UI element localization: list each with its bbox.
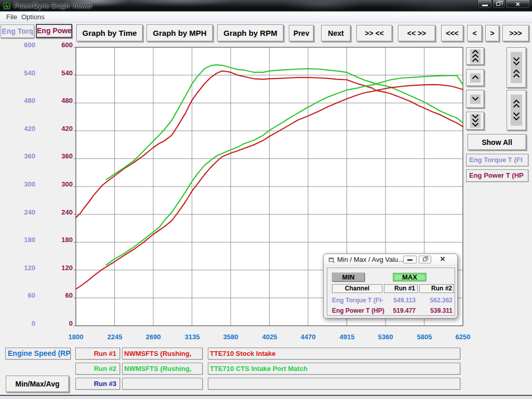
x-tick-label: 6250	[446, 333, 480, 341]
x-axis-channel-box: Engine Speed (RP	[5, 348, 71, 360]
maximize-button[interactable]	[493, 0, 505, 8]
menu-options[interactable]: Options	[18, 11, 48, 23]
run-label-3: Run #3	[75, 378, 120, 390]
chevron-up-button[interactable]	[466, 69, 484, 86]
run-label-2: Run #2	[75, 363, 120, 375]
min-max-window-title: Min / Max / Avg Valu...	[337, 256, 404, 263]
title-bar[interactable]: PowerDyne Graph Viewer ✕	[0, 0, 532, 11]
toolbar-button-[interactable]: >	[485, 25, 499, 42]
close-icon: ✕	[435, 255, 450, 264]
min-max-channel-name-1: Eng Torque T (Ft-	[332, 297, 389, 304]
x-tick-label: 4025	[253, 333, 286, 341]
toolbar-button-next[interactable]: Next	[321, 25, 351, 42]
x-tick-label: 2690	[137, 333, 170, 341]
y-tick-label-power: 0	[42, 320, 73, 327]
chevron-triple-up-button[interactable]	[466, 47, 484, 65]
window-title: PowerDyne Graph Viewer	[14, 2, 92, 10]
y-tick-label-torque: 180	[4, 236, 35, 244]
minimize-icon	[407, 259, 413, 261]
min-max-column-header-run-2: Run #2	[419, 284, 455, 293]
toolbar-button-[interactable]: <<<	[441, 25, 463, 42]
y-tick-label-torque: 480	[4, 97, 35, 104]
series-label-torque[interactable]: Eng Torque T (Ft	[466, 154, 528, 166]
min-max-window-titlebar[interactable]: Min / Max / Avg Valu... ✕	[324, 254, 457, 265]
chevron-triple-down-icon	[470, 114, 481, 128]
y-tick-label-torque: 360	[4, 152, 35, 160]
powerdyne-graph-viewer-window: PowerDyne Graph Viewer ✕ File Options En…	[0, 0, 532, 399]
window-bottom-strip	[0, 396, 532, 399]
series-run2-power	[107, 75, 463, 265]
y-tick-label-torque: 120	[4, 264, 35, 272]
toolbar-button-[interactable]: >>>	[502, 25, 529, 42]
restore-icon	[423, 258, 427, 261]
min-max-column-header-run-1: Run #1	[384, 284, 418, 293]
toolbar-button-[interactable]: <	[467, 25, 482, 42]
minimize-button[interactable]	[477, 0, 492, 8]
y-tick-label-torque: 0	[4, 320, 35, 327]
chevron-down-icon	[470, 95, 481, 104]
app-icon	[3, 2, 10, 9]
chevrons-up-down-button[interactable]	[507, 90, 526, 130]
y-tick-label-power: 240	[42, 208, 73, 216]
y-tick-label-power: 60	[42, 291, 73, 299]
min-max-window-maximize-button[interactable]	[419, 256, 431, 263]
chevrons-down-up-button[interactable]	[507, 47, 526, 88]
chevrons-up-down-icon	[511, 95, 522, 126]
min-max-window-icon	[328, 256, 335, 263]
x-tick-label: 4470	[291, 333, 325, 341]
close-icon: ✕	[506, 1, 529, 8]
toolbar-button-graph-by-rpm[interactable]: Graph by RPM	[217, 24, 284, 42]
y-tick-label-power: 600	[42, 41, 73, 49]
chevron-triple-down-button[interactable]	[466, 112, 484, 130]
max-button[interactable]: MAX	[393, 273, 427, 282]
chevron-down-button[interactable]	[466, 90, 484, 108]
y-tick-label-power: 360	[42, 152, 73, 160]
run-desc-field-3	[208, 378, 460, 390]
y-tick-label-power: 420	[42, 125, 73, 132]
run-desc-field-2: TTE710 CTS Intake Port Match	[208, 363, 460, 375]
min-max-column-header-channel: Channel	[332, 284, 382, 293]
min-max-run1-value-2: 519.477	[384, 307, 416, 314]
run-file-field-1: NWMSFTS (Rushing,	[122, 348, 203, 360]
series-label-power[interactable]: Eng Power T (HP	[466, 169, 528, 182]
y-tick-label-torque: 420	[4, 125, 35, 132]
toolbar-button-[interactable]: >> <<	[356, 25, 392, 42]
run-label-1: Run #1	[75, 348, 120, 360]
series-run1-torque	[76, 71, 463, 218]
run-file-field-2: NWMSFTS (Rushing,	[122, 363, 203, 375]
y-tick-label-power: 120	[42, 264, 73, 272]
min-max-avg-window: Min / Max / Avg Valu... ✕ MIN MAX Channe…	[323, 254, 458, 318]
restore-icon	[496, 2, 500, 6]
tab-eng-torque[interactable]: Eng Torq	[1, 24, 34, 38]
y-tick-label-torque: 300	[4, 180, 35, 188]
toolbar-button-graph-by-mph[interactable]: Graph by MPH	[147, 24, 213, 42]
toolbar-button-prev[interactable]: Prev	[289, 25, 314, 42]
show-all-button[interactable]: Show All	[468, 134, 526, 150]
y-tick-label-torque: 240	[4, 208, 35, 216]
y-tick-label-torque: 540	[4, 69, 35, 77]
y-tick-label-power: 540	[42, 69, 73, 77]
min-max-avg-button[interactable]: Min/Max/Avg	[6, 376, 69, 392]
y-tick-label-power: 180	[42, 236, 73, 244]
run-desc-field-1: TTE710 Stock Intake	[208, 348, 460, 360]
chevron-triple-up-icon	[470, 49, 481, 63]
x-tick-label: 5360	[369, 333, 402, 341]
y-tick-label-power: 300	[42, 180, 73, 188]
tab-eng-power[interactable]: Eng Powe	[36, 24, 72, 38]
close-button[interactable]: ✕	[506, 0, 530, 8]
chevron-up-icon	[470, 73, 481, 83]
min-max-window-minimize-button[interactable]	[403, 256, 417, 263]
series-run2-torque	[107, 65, 463, 180]
x-tick-label: 2245	[98, 333, 131, 341]
run-file-field-3	[122, 378, 203, 390]
min-max-run2-value-1: 562.362	[419, 297, 453, 304]
chevrons-down-up-icon	[511, 52, 522, 83]
toolbar-button-[interactable]: << >>	[398, 25, 435, 42]
min-max-window-close-button[interactable]: ✕	[435, 255, 450, 264]
toolbar-button-graph-by-time[interactable]: Graph by Time	[76, 24, 143, 42]
minimize-icon	[482, 5, 488, 6]
x-tick-label: 1800	[59, 333, 92, 341]
y-tick-label-power: 480	[42, 97, 73, 104]
min-button[interactable]: MIN	[332, 273, 365, 282]
x-tick-label: 3580	[214, 333, 247, 341]
